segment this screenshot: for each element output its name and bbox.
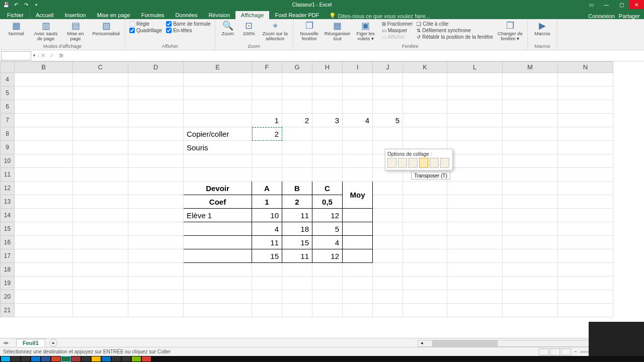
cell-I8[interactable] [343,127,373,141]
outlook-icon[interactable] [102,356,111,361]
cell-I5[interactable] [343,86,373,100]
edge-icon[interactable] [31,356,40,361]
cell-B5[interactable] [15,86,73,100]
zoom-button[interactable]: 🔍Zoom [219,20,236,36]
cell-H17[interactable]: 12 [312,249,343,263]
cell-E9[interactable]: Souris [184,141,252,154]
cell-B20[interactable] [15,290,73,304]
cell-E13[interactable]: Coef [184,195,252,209]
cell-D6[interactable] [128,100,184,114]
cell-L10[interactable] [447,154,503,168]
cell-D18[interactable] [128,263,184,277]
macros-button[interactable]: ▶Macros [532,20,553,36]
cell-F18[interactable] [252,263,282,277]
cell-N4[interactable] [558,73,613,86]
name-box[interactable] [1,51,31,60]
cell-E4[interactable] [184,73,252,86]
row-header-13[interactable]: 13 [1,195,15,209]
cell-J17[interactable] [373,249,403,263]
cell-G16[interactable]: 15 [282,236,312,249]
cell-C12[interactable] [73,182,128,195]
zoom-100-button[interactable]: ⊡100% [240,20,258,36]
col-f[interactable]: F [252,62,282,73]
unhide-button[interactable]: ▭Afficher [382,34,413,40]
powerpoint-icon[interactable] [51,356,60,361]
ribbon-options-icon[interactable]: ▭ [584,0,599,9]
col-g[interactable]: G [282,62,312,73]
name-box-dropdown-icon[interactable]: ▼ [32,53,39,58]
tab-home[interactable]: Accueil [30,11,59,19]
cell-K18[interactable] [403,263,447,277]
cell-J12[interactable] [373,182,403,195]
row-header-4[interactable]: 4 [1,73,15,86]
cell-G21[interactable] [282,304,312,317]
cell-J16[interactable] [373,236,403,249]
row-header-19[interactable]: 19 [1,277,15,290]
cell-C8[interactable] [73,127,128,141]
cell-L6[interactable] [447,100,503,114]
col-j[interactable]: J [373,62,403,73]
cell-H5[interactable] [312,86,343,100]
cell-H4[interactable] [312,73,343,86]
cell-N20[interactable] [558,290,613,304]
cell-G20[interactable] [282,290,312,304]
cell-E5[interactable] [184,86,252,100]
paste-transpose-icon[interactable] [419,158,428,168]
cell-I19[interactable] [343,277,373,290]
formula-input[interactable] [66,51,644,60]
cell-N9[interactable] [558,141,613,154]
cell-N15[interactable] [558,222,613,236]
cell-B9[interactable] [15,141,73,154]
cell-I11[interactable] [343,168,373,182]
cell-N8[interactable] [558,127,613,141]
cell-D5[interactable] [128,86,184,100]
cell-L19[interactable] [447,277,503,290]
cell-N11[interactable] [558,168,613,182]
col-n[interactable]: N [558,62,613,73]
page-breaks-button[interactable]: ▥Avec sauts de page [32,20,59,41]
cell-E7[interactable] [184,114,252,127]
cell-J13[interactable] [373,195,403,209]
save-icon[interactable]: 💾 [2,1,10,9]
row-header-8[interactable]: 8 [1,127,15,141]
tell-me-box[interactable]: 💡 Dites-nous ce que vous voulez faire... [329,13,430,19]
cell-I10[interactable] [343,154,373,168]
cell-C6[interactable] [73,100,128,114]
cell-K13[interactable] [403,195,447,209]
cell-K6[interactable] [403,100,447,114]
cell-M11[interactable] [503,168,558,182]
cell-J5[interactable] [373,86,403,100]
cell-F13[interactable]: 1 [252,195,282,209]
col-h[interactable]: H [312,62,343,73]
cell-L5[interactable] [447,86,503,100]
cell-H12[interactable]: C [312,182,343,195]
undo-icon[interactable]: ↶ [12,1,20,9]
cell-C5[interactable] [73,86,128,100]
cell-G6[interactable] [282,100,312,114]
cell-M5[interactable] [503,86,558,100]
cell-C21[interactable] [73,304,128,317]
cell-D12[interactable] [128,182,184,195]
cell-D15[interactable] [128,222,184,236]
cell-I16[interactable] [343,236,373,249]
paste-formatting-icon[interactable] [430,158,439,168]
start-button[interactable] [1,356,10,361]
excel-icon[interactable] [61,356,70,361]
cell-E6[interactable] [184,100,252,114]
cell-H8[interactable] [312,127,343,141]
tab-layout[interactable]: Mise en page [92,11,136,19]
cell-H10[interactable] [312,154,343,168]
page-layout-view-icon[interactable] [550,348,560,355]
cell-D7[interactable] [128,114,184,127]
row-header-20[interactable]: 20 [1,290,15,304]
cell-N16[interactable] [558,236,613,249]
word-icon[interactable] [41,356,50,361]
cell-L16[interactable] [447,236,503,249]
cell-K5[interactable] [403,86,447,100]
cell-I12[interactable]: Moy [343,182,373,209]
cell-F17[interactable]: 15 [252,249,282,263]
select-all-corner[interactable] [1,62,15,73]
cell-I4[interactable] [343,73,373,86]
cell-H9[interactable] [312,141,343,154]
row-header-11[interactable]: 11 [1,168,15,182]
